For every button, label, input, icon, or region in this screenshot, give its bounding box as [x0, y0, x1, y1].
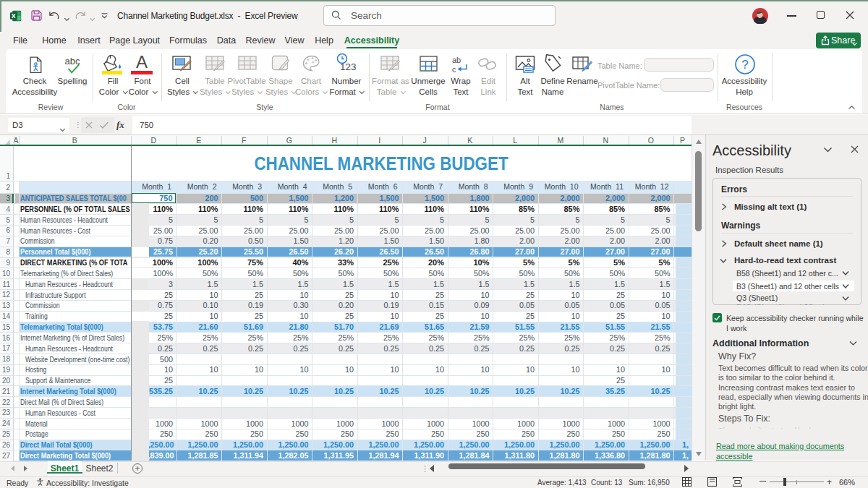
svg-text:ab: ab: [452, 56, 461, 64]
svg-text:123: 123: [340, 61, 357, 72]
svg-text:c: c: [452, 65, 456, 74]
svg-text:?: ?: [741, 58, 748, 72]
